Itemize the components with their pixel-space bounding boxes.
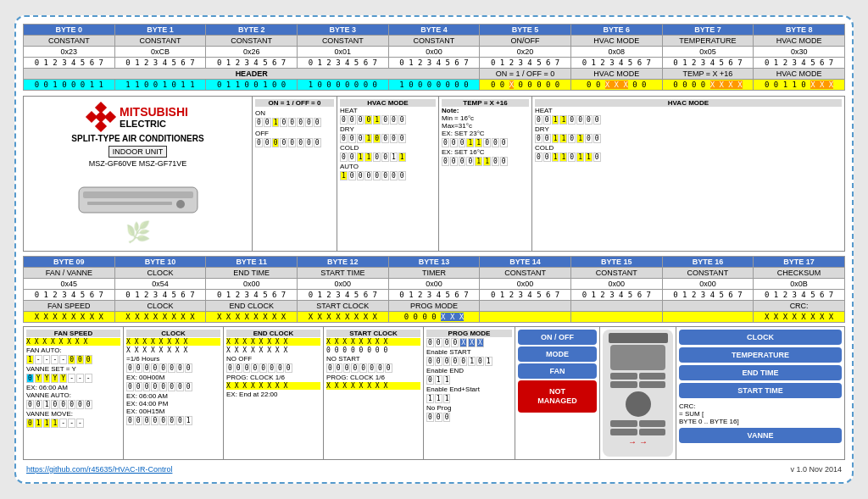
byte5-detail: ON = 1 / OFF = 0 ON 0 0 1 0 0 0 0 0 OFF …	[253, 97, 337, 251]
vanne-move-bits: 0 1 1 1 - - -	[26, 419, 120, 428]
start-clock-header: START CLOCK	[326, 330, 420, 337]
byte15-row-label	[570, 301, 662, 312]
start-time-button[interactable]: START TIME	[679, 383, 842, 398]
byte12-val: 0x00	[297, 279, 388, 290]
off-section: OFF	[255, 130, 334, 137]
byte8-pattern: 0 0 1 1 0 X X X	[754, 80, 845, 91]
byte12-sub: START TIME	[297, 268, 388, 279]
auto-label: AUTO	[340, 163, 436, 170]
vanne-button[interactable]: VANNE	[679, 428, 842, 443]
remote-btn8	[639, 429, 666, 435]
github-link[interactable]: https://github.com/r45635/HVAC-IR-Contro…	[26, 465, 172, 474]
enable-both-bits: 1 1 1	[426, 394, 512, 403]
auto-bits-row: 1 0 0 0 0 0 0 0	[340, 171, 436, 180]
byte14-val: 0x00	[480, 279, 571, 290]
byte7-bits: 0 1 2 3 4 5 6 7	[662, 58, 754, 69]
prog-16-label: PROG: CLOCK 1/6	[226, 374, 320, 381]
byte10-header: BYTE 10	[114, 257, 206, 268]
version-label: v 1.0 Nov 2014	[790, 465, 842, 474]
unit-type: INDOOR UNIT	[108, 146, 168, 158]
temperature-button[interactable]: TEMPERATURE	[679, 347, 842, 363]
byte3-bits: 0 1 2 3 4 5 6 7	[297, 58, 388, 69]
on-off-button[interactable]: ON / OFF	[518, 330, 597, 345]
end-clock-header: END CLOCK	[226, 330, 320, 337]
max-temp: Max=31°c	[442, 122, 529, 130]
clock-ex2: EX: 06:00 AM	[126, 392, 220, 400]
remote-btn7	[610, 429, 637, 435]
clock-ex4: EX: 00H15M	[126, 408, 220, 415]
byte7-sub: TEMPERATURE	[662, 36, 754, 47]
hvac-mode2-label: HVAC MODE	[754, 69, 845, 80]
off-label: OFF	[255, 130, 269, 137]
no-prog-bits: 0 0 0	[426, 413, 512, 422]
end-clock-bits: X X X X X X X X	[226, 338, 320, 346]
main-container: BYTE 0 BYTE 1 BYTE 2 BYTE 3 BYTE 4 BYTE …	[14, 15, 854, 484]
ex1-temp: EX: SET 23°C	[442, 130, 529, 137]
byte4-bits: 0 1 2 3 4 5 6 7	[388, 58, 480, 69]
enable-start-label: Enable START	[426, 348, 512, 356]
byte13-pattern: 0 0 0 0 X X X	[388, 312, 480, 323]
byte09-bits-row: 0 1 2 3 4 5 6 7	[24, 290, 115, 301]
fan-speed-bits: X X X X X X X X	[26, 338, 120, 346]
byte16-header: BYTE 16	[662, 257, 754, 268]
byte11-bits-row: 0 1 2 3 4 5 6 7	[206, 290, 298, 301]
electric-label: ELECTRIC	[120, 119, 188, 129]
min-temp: Min = 16°c	[442, 114, 529, 122]
not-managed-button[interactable]: NOT MANAGED	[518, 380, 597, 413]
remote-btn1	[610, 373, 637, 380]
no-off-label: NO OFF	[226, 355, 320, 363]
byte5-detail-header: ON = 1 / OFF = 0	[255, 99, 334, 107]
bottom-byte-table: BYTE 09 BYTE 10 BYTE 11 BYTE 12 BYTE 13 …	[23, 256, 845, 323]
clock-ex1: EX: 00H00M	[126, 374, 220, 381]
byte12-bits-row: 0 1 2 3 4 5 6 7	[297, 290, 388, 301]
byte8-dry-bits: 0 0 1 1 0 1 0 0	[535, 134, 842, 143]
footer: https://github.com/r45635/HVAC-IR-Contro…	[23, 463, 845, 475]
byte7-pattern: 0 0 0 0 X X X X	[662, 80, 754, 91]
byte14-bits-row: 0 1 2 3 4 5 6 7	[480, 290, 571, 301]
temp16-bits: 0 0 0 0 1 1 0 0	[442, 157, 529, 166]
byte17-bits-row: 0 1 2 3 4 5 6 7	[754, 290, 845, 301]
byte11-val: 0x00	[206, 279, 298, 290]
byte17-sub: CHECKSUM	[754, 268, 845, 279]
byte3-val: 0x01	[297, 47, 388, 58]
fan-speed-header: FAN SPEED	[26, 330, 120, 337]
hvac-mode-label: HVAC MODE	[570, 69, 662, 80]
byte8-heat-label: HEAT	[535, 107, 842, 114]
byte10-row-label: CLOCK	[114, 301, 206, 312]
enable-end-bits: 0 1 1	[426, 375, 512, 385]
byte2-sub: CONSTANT	[206, 36, 298, 47]
byte09-header: BYTE 09	[24, 257, 115, 268]
byte8-sub: HVAC MODE	[754, 36, 845, 47]
byte4-pattern: 1 0 0 0 0 0 0 0	[388, 80, 480, 91]
byte14-pattern	[480, 312, 571, 323]
byte12-row-label: START CLOCK	[297, 301, 388, 312]
svg-rect-1	[83, 191, 193, 198]
vanne-auto-bits: 0 0 1 0 0 0 0 0	[26, 400, 120, 409]
vanne-6am: EX: 06:00 AM	[26, 384, 120, 391]
on-bits: 0 0 1 0 0 0 0 0	[255, 118, 334, 127]
byte14-header: BYTE 14	[480, 257, 571, 268]
prog-mode-bits: 0 0 0 0 X X X	[426, 338, 512, 347]
end-time-button[interactable]: END TIME	[679, 365, 842, 380]
remote-buttons-grid	[610, 373, 665, 388]
byte8-dry-label: DRY	[535, 125, 842, 133]
temp23-bits: 0 0 0 1 1 0 0 0	[442, 138, 529, 147]
byte8-bits: 0 1 2 3 4 5 6 7	[754, 58, 845, 69]
enable-both-label: Enable End+Start	[426, 385, 512, 393]
clock-button[interactable]: CLOCK	[679, 330, 842, 345]
remote-btn3	[610, 381, 637, 388]
remote-top-bar	[609, 333, 668, 343]
fan-button[interactable]: FAN	[518, 363, 597, 379]
byte16-row-label	[662, 301, 754, 312]
vanne-auto-label: VANNE AUTO:	[26, 391, 120, 399]
byte6-pattern: 0 0 X X X 0 0	[570, 80, 662, 91]
byte11-header: BYTE 11	[206, 257, 298, 268]
byte13-header: BYTE 13	[388, 257, 480, 268]
ac-illustration	[31, 175, 245, 217]
byte0-pattern: 0 0 1 0 0 0 1 1	[24, 80, 115, 91]
mode-button[interactable]: MODE	[518, 347, 597, 362]
byte2-pattern: 0 1 1 0 0 1 0 0	[206, 80, 298, 91]
byte6-detail-header: HVAC MODE	[340, 99, 436, 107]
byte8-detail-header: HVAC MODE	[535, 99, 842, 107]
mitsubishi-logo: MITSUBISHI ELECTRIC	[87, 103, 188, 130]
